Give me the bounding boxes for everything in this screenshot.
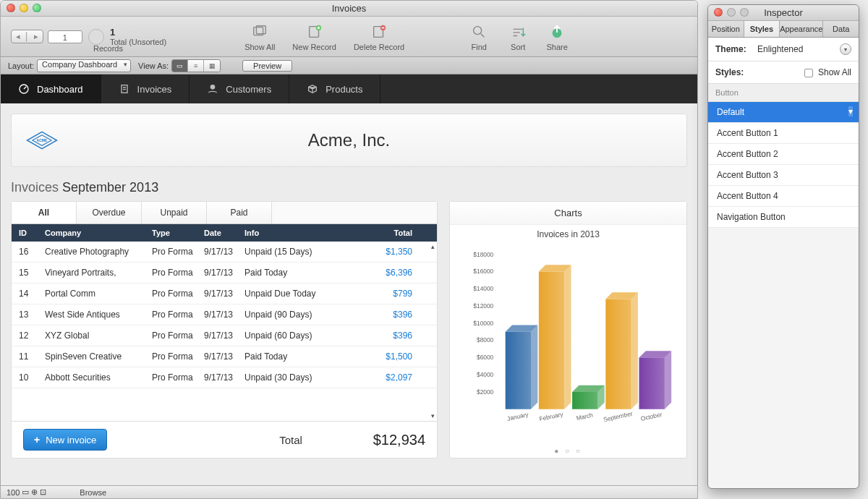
table-row[interactable]: 11SpinSeven CreativePro Forma9/17/13Paid…	[12, 346, 437, 367]
window-title: Invoices	[1, 1, 697, 17]
record-number-input[interactable]: 1	[48, 30, 82, 43]
inspector-window: Inspector Position Styles Appearance Dat…	[707, 4, 859, 489]
table-row[interactable]: 14Portal CommPro Forma9/17/13Unpaid Due …	[12, 283, 437, 304]
nav-products[interactable]: Products	[289, 74, 380, 103]
svg-text:March: March	[576, 411, 594, 422]
table-row[interactable]: 15Vineyard Portraits,Pro Forma9/17/13Pai…	[12, 263, 437, 283]
zoom-fit-icon[interactable]: ⊡	[40, 487, 46, 497]
table-row[interactable]: 13West Side AntiquesPro Forma9/17/13Unpa…	[12, 304, 437, 325]
zoom-icon[interactable]	[33, 4, 41, 12]
chart-panel: Charts Invoices in 2013 $2000$4000$6000$…	[449, 201, 687, 459]
svg-rect-25	[506, 332, 531, 409]
close-icon[interactable]	[714, 8, 723, 17]
style-item[interactable]: Accent Button 4	[708, 186, 859, 207]
svg-rect-29	[539, 272, 564, 409]
new-invoice-button[interactable]: + New invoice	[23, 429, 107, 451]
th-company: Company	[45, 229, 152, 237]
chart-pager[interactable]: ● ○ ○	[450, 444, 686, 458]
minimize-icon[interactable]	[20, 4, 28, 12]
total-label: Total	[107, 434, 373, 446]
mode-label: Browse	[80, 488, 106, 497]
sort-icon	[507, 22, 529, 41]
zoom-control[interactable]: 100 ▭ ⊕ ⊡	[7, 487, 46, 497]
table-row[interactable]: 10Abbott SecuritiesPro Forma9/17/13Unpai…	[12, 367, 437, 388]
tab-paid[interactable]: Paid	[207, 202, 272, 223]
tab-data[interactable]: Data	[823, 21, 859, 37]
nav-customers[interactable]: Customers	[190, 74, 289, 103]
share-button[interactable]: Share	[546, 22, 568, 51]
showall-checkbox[interactable]	[804, 69, 813, 77]
zoom-value: 100	[7, 488, 20, 497]
chevron-down-icon[interactable]: ▾	[848, 106, 853, 116]
share-icon	[546, 22, 568, 41]
layout-dropdown[interactable]: Company Dashboard	[37, 59, 131, 72]
style-item[interactable]: Navigation Button	[708, 207, 859, 228]
box-icon	[307, 83, 318, 95]
style-item[interactable]: Accent Button 3	[708, 165, 859, 186]
viewas-form-button[interactable]: ▭	[172, 60, 188, 72]
table-row[interactable]: 12XYZ GlobalPro Forma9/17/13Unpaid (60 D…	[12, 325, 437, 346]
tab-position[interactable]: Position	[708, 21, 744, 37]
style-item[interactable]: Accent Button 1	[708, 123, 859, 144]
viewas-list-button[interactable]: ≡	[188, 60, 204, 72]
theme-label: Theme:	[715, 44, 752, 54]
tab-styles[interactable]: Styles	[744, 21, 780, 37]
table-footer: + New invoice Total $12,934	[12, 421, 437, 458]
svg-text:ACME: ACME	[36, 138, 48, 142]
tab-all[interactable]: All	[12, 202, 77, 223]
svg-text:$18000: $18000	[473, 251, 493, 258]
svg-rect-37	[605, 299, 631, 409]
theme-value: Enlightened	[757, 44, 834, 54]
sort-button[interactable]: Sort	[507, 22, 529, 51]
tab-unpaid[interactable]: Unpaid	[142, 202, 207, 223]
main-window: Invoices ◂│▸ 1 1 Total (Unsorted) Record…	[0, 0, 698, 499]
nav-invoices[interactable]: Invoices	[101, 74, 190, 103]
titlebar: Invoices	[1, 1, 697, 17]
svg-marker-24	[531, 325, 537, 409]
record-nav-arrows[interactable]: ◂│▸	[11, 30, 43, 43]
table-body: ▴ ▾ 16Creative PhotographyPro Forma9/17/…	[12, 242, 437, 421]
theme-dropdown-icon[interactable]: ▾	[840, 43, 851, 55]
showall-button[interactable]: Show All	[244, 22, 275, 51]
company-logo: ACME	[26, 130, 58, 150]
find-button[interactable]: Find	[468, 22, 490, 51]
table-row[interactable]: 16Creative PhotographyPro Forma9/17/13Un…	[12, 242, 437, 263]
styles-label: Styles:	[715, 67, 752, 77]
record-meta: 1 Total (Unsorted)	[110, 27, 166, 46]
nav-dashboard[interactable]: Dashboard	[1, 74, 101, 103]
scroll-down-icon[interactable]: ▾	[431, 412, 435, 419]
scroll-up-icon[interactable]: ▴	[431, 243, 435, 250]
style-item[interactable]: Accent Button 2	[708, 144, 859, 165]
svg-text:$12000: $12000	[473, 302, 493, 310]
close-icon[interactable]	[7, 4, 15, 12]
preview-button[interactable]: Preview	[242, 60, 292, 72]
svg-text:$2000: $2000	[477, 388, 494, 396]
gauge-icon	[18, 83, 30, 95]
plus-icon: +	[34, 434, 40, 445]
tab-overdue[interactable]: Overdue	[77, 202, 142, 223]
record-pie-icon[interactable]	[88, 29, 104, 45]
section-prefix: Invoices	[11, 180, 59, 195]
tab-appearance[interactable]: Appearance	[780, 21, 823, 37]
viewas-group: View As: ▭ ≡ ▦	[138, 59, 221, 72]
chart-title: Invoices in 2013	[450, 225, 686, 244]
minimize-icon[interactable]	[727, 8, 736, 17]
viewas-table-button[interactable]: ▦	[204, 60, 220, 72]
style-item[interactable]: Default▾	[708, 102, 859, 123]
zoom-out-icon[interactable]: ▭	[22, 487, 29, 497]
nav-label: Products	[326, 84, 362, 95]
showall-icon	[249, 22, 271, 41]
nav-label: Customers	[226, 84, 271, 95]
svg-rect-41	[639, 357, 664, 409]
deleterecord-icon	[368, 22, 390, 41]
showall-label: Show All	[818, 67, 851, 77]
deleterecord-button[interactable]: Delete Record	[354, 22, 404, 51]
newrecord-button[interactable]: New Record	[292, 22, 336, 51]
record-count: 1	[110, 27, 166, 38]
styles-row: Styles: Show All	[708, 61, 859, 84]
document-icon	[119, 83, 130, 95]
svg-text:September: September	[603, 410, 633, 423]
bar-chart: $2000$4000$6000$8000$10000$12000$14000$1…	[457, 247, 679, 437]
zoom-in-icon[interactable]: ⊕	[31, 487, 38, 497]
zoom-icon[interactable]	[740, 8, 749, 17]
